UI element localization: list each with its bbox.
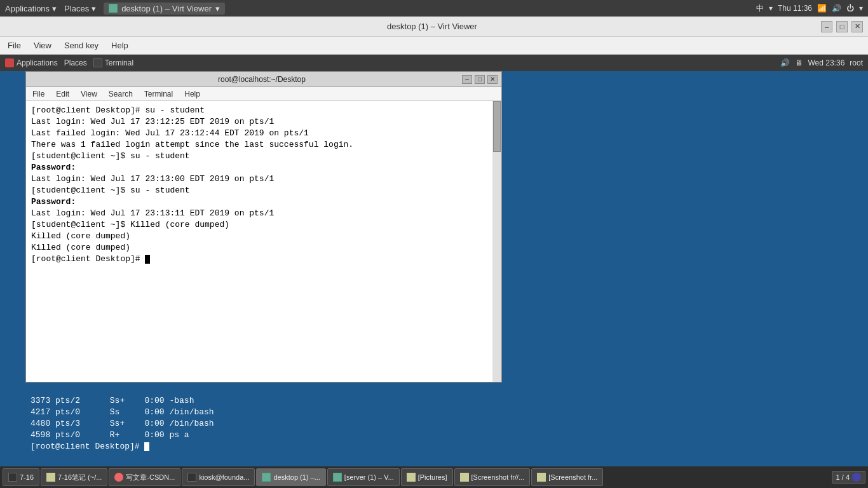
host-lang-arrow: ▾ [769, 4, 773, 13]
vv-menu-sendkey[interactable]: Send key [59, 39, 104, 51]
term-menu-help[interactable]: Help [180, 89, 204, 99]
terminal-body: [root@client Desktop]# su - student Last… [26, 101, 501, 382]
virt-viewer-icon [109, 4, 118, 13]
term-menu-view[interactable]: View [77, 89, 101, 99]
ps-line-3: 4480 pts/3 Ss+ 0:00 /bin/bash [31, 418, 710, 430]
terminal-line-13: Killed (core dumped) [31, 242, 490, 254]
host-item-desktop1[interactable]: desktop (1) –... [256, 468, 325, 486]
guest-places-label: Places [64, 58, 87, 67]
guest-applications-label: Applications [17, 58, 58, 67]
terminal-line-9: Password: [31, 196, 490, 208]
host-item-notes-icon [46, 473, 55, 482]
ps-cursor [144, 442, 149, 451]
host-item-pictures[interactable]: [Pictures] [401, 468, 453, 486]
terminal-cursor [145, 255, 150, 264]
close-button[interactable]: ✕ [851, 21, 863, 32]
terminal-line-10: Last login: Wed Jul 17 23:13:11 EDT 2019… [31, 208, 490, 219]
terminal-content[interactable]: [root@client Desktop]# su - student Last… [26, 101, 501, 382]
host-active-window[interactable]: desktop (1) – Virt Viewer ▾ [104, 3, 225, 15]
ps-prompt-line: [root@client Desktop]# [31, 441, 710, 452]
ps-line-1: 3373 pts/2 Ss+ 0:00 -bash [31, 395, 710, 407]
applications-label: Applications [5, 4, 50, 13]
terminal-line-8: [student@client ~]$ su - student [31, 185, 490, 196]
host-lang[interactable]: 中 [756, 3, 764, 14]
host-item-csdn-label: 写文章-CSDN... [126, 473, 175, 482]
scrollbar-thumb[interactable] [493, 101, 501, 152]
host-taskbar-top: Applications ▾ Places ▾ desktop (1) – Vi… [0, 0, 868, 17]
host-wifi-icon: 📶 [817, 4, 827, 13]
ps-line-2: 4217 pts/0 Ss 0:00 /bin/bash [31, 407, 710, 418]
host-bottom-counter: 1 / 4 [832, 471, 865, 484]
host-item-716-label: 7-16 [20, 473, 34, 481]
host-item-server[interactable]: [server (1) – V... [327, 468, 400, 486]
virt-viewer-win-controls: – □ ✕ [821, 21, 863, 32]
active-window-arrow: ▾ [215, 4, 220, 13]
guest-network-icon: 🖥 [795, 58, 803, 67]
host-item-screenshot2[interactable]: [Screenshot fr... [531, 468, 603, 486]
vv-menu-view[interactable]: View [29, 39, 57, 51]
host-item-pictures-label: [Pictures] [418, 473, 447, 481]
active-window-label: desktop (1) – Virt Viewer [121, 4, 212, 13]
applications-arrow: ▾ [52, 4, 57, 13]
virt-viewer-title: desktop (1) – Virt Viewer [43, 22, 821, 31]
host-item-716-icon [8, 473, 17, 482]
terminal-close[interactable]: ✕ [487, 75, 498, 84]
minimize-button[interactable]: – [821, 21, 832, 32]
guest-terminal-menu[interactable]: Terminal [93, 58, 133, 67]
term-menu-search[interactable]: Search [105, 89, 137, 99]
host-item-csdn-icon [114, 473, 123, 482]
host-item-notes-label: 7-16笔记 (~/... [58, 473, 102, 482]
guest-places-menu[interactable]: Places [64, 58, 87, 67]
host-item-screenshot1-icon [460, 473, 469, 482]
terminal-line-12: Killed (core dumped) [31, 231, 490, 242]
vv-menu-file[interactable]: File [3, 39, 26, 51]
ps-line-4: 4598 pts/0 R+ 0:00 ps a [31, 430, 710, 441]
terminal-minimize[interactable]: – [462, 75, 472, 84]
virt-viewer-titlebar: desktop (1) – Virt Viewer – □ ✕ [0, 17, 868, 37]
maximize-button[interactable]: □ [836, 21, 848, 32]
terminal-line-11: [student@client ~]$ Killed (core dumped) [31, 219, 490, 231]
terminal-maximize[interactable]: □ [475, 75, 485, 84]
vv-menu-help[interactable]: Help [106, 39, 133, 51]
host-item-desktop1-icon [262, 473, 271, 482]
terminal-line-6: Password: [31, 162, 490, 173]
host-datetime: Thu 11:36 [778, 4, 812, 13]
guest-volume-icon: 🔊 [780, 58, 790, 67]
terminal-line-4: There was 1 failed login attempt since t… [31, 139, 490, 151]
host-taskbar-bottom: 7-16 7-16笔记 (~/... 写文章-CSDN... kiosk@fou… [0, 466, 868, 488]
terminal-titlebar: root@localhost:~/Desktop – □ ✕ [26, 72, 501, 87]
guest-applications-menu[interactable]: Applications [5, 58, 58, 67]
term-menu-terminal[interactable]: Terminal [140, 89, 177, 99]
term-menu-edit[interactable]: Edit [52, 89, 73, 99]
terminal-win-controls: – □ ✕ [462, 75, 498, 84]
host-item-notes[interactable]: 7-16笔记 (~/... [41, 468, 107, 486]
host-item-screenshot1[interactable]: [Screenshot fr//... [454, 468, 531, 486]
terminal-scrollbar[interactable] [492, 101, 501, 382]
terminal-window: root@localhost:~/Desktop – □ ✕ File Edit… [25, 71, 502, 383]
host-item-kiosk-label: kiosk@founda... [199, 473, 249, 481]
host-item-screenshot2-icon [537, 473, 546, 482]
host-item-716[interactable]: 7-16 [3, 468, 39, 486]
host-places-menu[interactable]: Places ▾ [64, 4, 96, 13]
host-power-icon[interactable]: ⏻ [846, 4, 854, 13]
host-bottom-counter-icon [852, 473, 861, 482]
terminal-line-1: [root@client Desktop]# su - student [31, 105, 490, 116]
guest-terminal-icon [93, 58, 102, 67]
host-bottom-counter-text: 1 / 4 [836, 473, 850, 481]
terminal-title: root@localhost:~/Desktop [62, 75, 462, 84]
host-item-csdn[interactable]: 写文章-CSDN... [109, 468, 180, 486]
virt-viewer-window: desktop (1) – Virt Viewer – □ ✕ File Vie… [0, 17, 868, 488]
guest-taskbar-top: Applications Places Terminal 🔊 🖥 Wed 23:… [0, 55, 868, 71]
host-power-arrow: ▾ [859, 4, 863, 13]
term-menu-file[interactable]: File [29, 89, 48, 99]
host-item-kiosk-icon [187, 473, 196, 482]
terminal-prompt-line: [root@client Desktop]# [31, 254, 490, 265]
places-label: Places [64, 4, 89, 13]
guest-sys-tray: 🔊 🖥 Wed 23:36 root [780, 58, 863, 67]
guest-area: Applications Places Terminal 🔊 🖥 Wed 23:… [0, 55, 868, 488]
host-item-screenshot1-label: [Screenshot fr//... [471, 473, 525, 481]
host-applications-menu[interactable]: Applications ▾ [5, 4, 57, 13]
host-item-server-label: [server (1) – V... [344, 473, 394, 481]
host-item-kiosk[interactable]: kiosk@founda... [182, 468, 255, 486]
places-arrow: ▾ [92, 4, 96, 13]
